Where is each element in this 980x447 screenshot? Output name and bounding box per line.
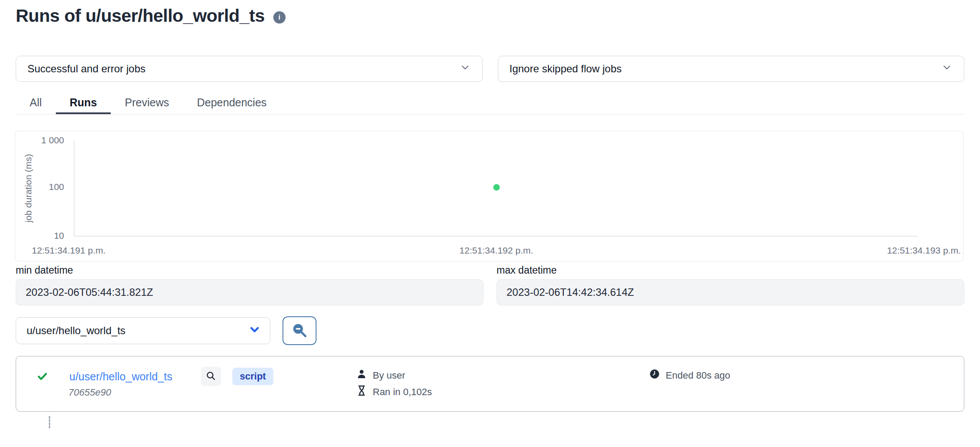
run-details-search-button[interactable] — [201, 367, 221, 386]
chart-plot-area — [74, 140, 918, 237]
chevron-down-icon — [941, 62, 953, 76]
max-datetime-group: max datetime — [497, 264, 964, 305]
user-icon — [356, 369, 367, 382]
job-status-select-value: Successful and error jobs — [27, 63, 146, 75]
check-icon — [37, 371, 48, 384]
tab-bar: All Runs Previews Dependencies — [16, 91, 964, 115]
timeline-connector — [49, 416, 50, 428]
run-duration-text: Ran in 0,102s — [373, 386, 432, 398]
run-duration: Ran in 0,102s — [356, 385, 432, 399]
hourglass-icon — [356, 385, 367, 399]
filter-row: Successful and error jobs Ignore skipped… — [16, 56, 964, 82]
min-datetime-group: min datetime — [16, 264, 483, 305]
y-tick-100: 100 — [15, 182, 64, 192]
page-title: Runs of u/user/hello_world_ts — [16, 5, 265, 26]
script-path-select[interactable]: u/user/hello_world_ts — [16, 317, 270, 344]
skipped-jobs-select-value: Ignore skipped flow jobs — [510, 63, 622, 75]
x-tick-center: 12:51:34.192 p.m. — [459, 245, 533, 256]
tab-all[interactable]: All — [16, 91, 56, 114]
tab-dependencies[interactable]: Dependencies — [183, 91, 281, 114]
min-datetime-label: min datetime — [16, 264, 483, 276]
page-header: Runs of u/user/hello_world_ts i — [16, 5, 286, 26]
job-status-select[interactable]: Successful and error jobs — [16, 56, 483, 82]
run-ended: Ended 80s ago — [649, 369, 730, 382]
x-tick-right: 12:51:34.193 p.m. — [887, 245, 961, 256]
info-icon[interactable]: i — [273, 11, 286, 24]
zoom-out-icon — [291, 322, 308, 340]
job-kind-badge: script — [232, 368, 273, 385]
y-tick-1000: 1 000 — [15, 135, 64, 145]
run-triggered-by: By user — [356, 369, 405, 382]
run-ended-text: Ended 80s ago — [666, 370, 730, 381]
max-datetime-input[interactable] — [497, 279, 964, 305]
x-tick-left: 12:51:34.191 p.m. — [32, 245, 105, 256]
tab-runs[interactable]: Runs — [56, 91, 111, 114]
run-path-link[interactable]: u/user/hello_world_ts — [69, 370, 172, 383]
max-datetime-label: max datetime — [497, 264, 964, 276]
min-datetime-input[interactable] — [16, 279, 483, 305]
run-id: 70655e90 — [68, 387, 111, 398]
run-triggered-by-text: By user — [373, 370, 405, 381]
chevron-down-icon — [459, 62, 471, 76]
skipped-jobs-select[interactable]: Ignore skipped flow jobs — [498, 56, 965, 82]
tab-previews[interactable]: Previews — [111, 91, 183, 114]
script-path-select-value: u/user/hello_world_ts — [27, 325, 126, 337]
y-tick-10: 10 — [15, 231, 64, 240]
path-filter-row: u/user/hello_world_ts — [16, 316, 316, 345]
chart-x-axis: 12:51:34.191 p.m. 12:51:34.192 p.m. 12:5… — [32, 245, 961, 256]
run-data-point[interactable] — [493, 184, 500, 191]
datetime-filter-row: min datetime max datetime — [16, 264, 964, 305]
search-runs-button[interactable] — [282, 316, 316, 345]
clock-icon — [649, 369, 660, 382]
run-list-item[interactable]: u/user/hello_world_ts script 70655e90 By… — [16, 356, 964, 412]
runs-duration-chart: job duration (ms) 1 000 100 10 12:51:34.… — [15, 131, 963, 261]
search-icon — [206, 371, 216, 383]
chevron-down-icon — [248, 323, 261, 339]
